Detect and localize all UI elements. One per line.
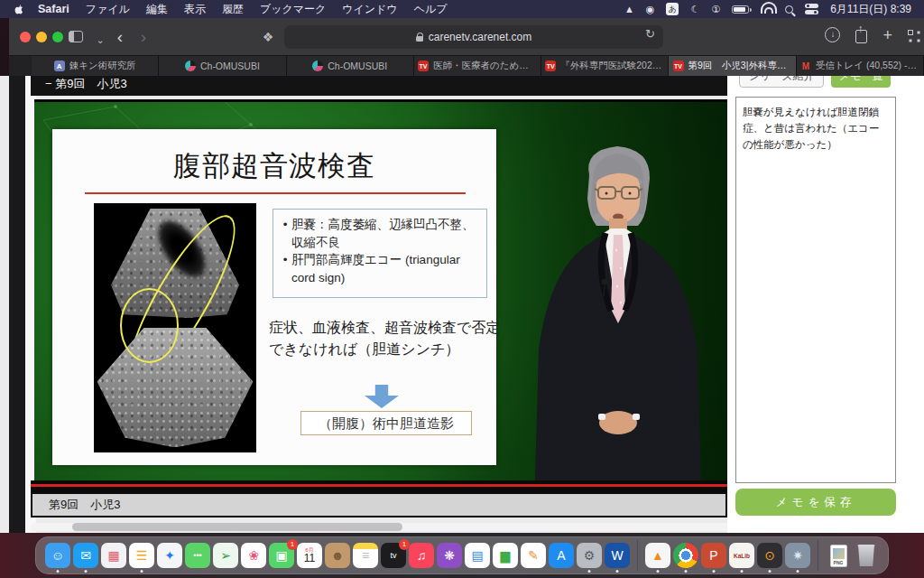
memo-panel: シリーズ紹介 メモ一覧 胆嚢が見えなければ胆道閉鎖症、と昔は言われた（エコーの性…	[727, 76, 924, 533]
menu-item-4[interactable]: 履歴	[214, 3, 252, 15]
tab-5[interactable]: TV第9回 小児3|外科専門医…	[669, 56, 796, 76]
series-intro-button[interactable]: シリーズ紹介	[739, 76, 824, 88]
play-circle-status-icon[interactable]: ◉	[646, 4, 655, 15]
wifi-icon[interactable]	[761, 5, 773, 14]
dock-pages-icon[interactable]: ✎	[521, 543, 546, 568]
privacy-shield-icon[interactable]: ❖	[258, 27, 278, 47]
menu-item-7[interactable]: ヘルプ	[406, 3, 456, 15]
battery-icon[interactable]	[732, 5, 749, 14]
tab-1[interactable]: Ch-OMUSUBI	[159, 56, 286, 76]
tab-label: 錬キン術研究所	[69, 60, 136, 72]
running-indicator-dot	[797, 570, 799, 573]
numbers-glyph: ▆	[501, 548, 511, 563]
sidebar-icon[interactable]	[69, 31, 83, 42]
back-button[interactable]: ‹	[110, 27, 130, 47]
slide-paragraph: 症状、血液検査、超音波検査で否定できなければ（胆道シンチ）	[269, 317, 502, 360]
powerpoint-glyph: P	[709, 548, 717, 563]
dock-scanner-icon[interactable]: ⊙	[757, 543, 782, 568]
dock-app-store-icon[interactable]: A	[549, 543, 574, 568]
dock-facetime-icon[interactable]: ▣1	[269, 543, 294, 568]
slide-title-underline	[85, 192, 466, 194]
control-center-icon[interactable]	[805, 4, 818, 14]
running-indicator-dot	[588, 570, 591, 573]
video-player[interactable]: 腹部超音波検査 胆嚢：高度萎縮、辺縁凹凸不整、収縮不良 肝門部高輝度エコー (t…	[34, 99, 727, 480]
tab-bar: A錬キン術研究所Ch-OMUSUBICh-OMUSUBITV医師・医療者のための…	[9, 56, 924, 76]
dock-launchpad-icon[interactable]: ▦	[101, 543, 126, 568]
menu-item-0[interactable]: Safari	[30, 3, 78, 15]
video-caption-bar: 第9回 小児3	[31, 492, 727, 517]
lock-icon	[416, 36, 423, 42]
tab-3[interactable]: TV医師・医療者のための動画…	[414, 56, 541, 76]
notes-glyph: ≡	[362, 548, 369, 563]
dock-png-file-icon[interactable]: PNG	[826, 543, 851, 568]
dock-powerpoint-icon[interactable]: P	[701, 543, 726, 568]
tab-2[interactable]: Ch-OMUSUBI	[287, 56, 414, 76]
page-left-dark-strip	[9, 76, 25, 533]
menu-clock[interactable]: 6月11日(日) 8:39	[830, 2, 911, 17]
circle-one-status-icon[interactable]: ①	[711, 4, 720, 15]
menu-item-1[interactable]: ファイル	[78, 3, 138, 15]
memo-textarea[interactable]: 胆嚢が見えなければ胆道閉鎖症、と昔は言われた（エコーの性能が悪かった）	[735, 97, 896, 483]
dock-maps-icon[interactable]: ➢	[213, 543, 238, 568]
ime-kana-icon[interactable]: あ	[666, 3, 679, 15]
ultrasound-images	[94, 203, 256, 452]
tab-label: Ch-OMUSUBI	[328, 61, 387, 71]
video-progress-bar[interactable]	[31, 484, 727, 487]
apple-tv-glyph: tv	[390, 551, 396, 560]
dock-apple-tv-icon[interactable]: tv1	[381, 543, 406, 568]
browser-viewport: − 第9回 小児3 腹部超音波検査	[0, 76, 924, 533]
reload-icon[interactable]: ↻	[645, 27, 655, 41]
dock-safari-icon[interactable]: ✦	[157, 543, 182, 568]
dock-messages-icon[interactable]: •••	[185, 543, 210, 568]
dock-vlc-icon[interactable]: ▲	[645, 543, 670, 568]
dock-contacts-icon[interactable]: ☻	[325, 543, 350, 568]
music-glyph: ♫	[417, 548, 427, 563]
forward-button[interactable]: ›	[134, 27, 153, 47]
dock-calendar-icon[interactable]: 6月11	[297, 543, 322, 568]
dock-keynote-icon[interactable]: ▤	[465, 543, 490, 568]
dock-kalib-icon[interactable]: KaLib	[729, 543, 754, 568]
dock-chrome-icon[interactable]	[673, 543, 698, 568]
dock-system-settings-icon[interactable]: ⚙	[577, 543, 602, 568]
dock-reminders-icon[interactable]: ☰	[129, 543, 154, 568]
spotlight-icon[interactable]	[785, 5, 793, 14]
dock-numbers-icon[interactable]: ▆	[493, 543, 518, 568]
chevron-down-icon[interactable]: ⌄	[90, 30, 110, 50]
menu-item-2[interactable]: 編集	[138, 3, 176, 15]
tab-label: 『外科専門医試験2023』…	[560, 60, 664, 72]
focus-moon-icon[interactable]: ☾	[690, 4, 699, 15]
dock-word-icon[interactable]: W	[605, 543, 630, 568]
tab-0[interactable]: A錬キン術研究所	[32, 56, 159, 76]
address-bar[interactable]: carenetv.carenet.com ↻	[284, 25, 663, 49]
video-progress-track[interactable]	[31, 480, 727, 492]
close-window-button[interactable]	[20, 32, 31, 42]
lecturer	[522, 137, 716, 480]
minimize-window-button[interactable]	[36, 32, 47, 42]
tab-4[interactable]: TV『外科専門医試験2023』…	[541, 56, 669, 76]
dock-photos-icon[interactable]: ❀	[241, 543, 266, 568]
new-tab-button[interactable]: +	[882, 27, 892, 43]
menu-item-3[interactable]: 表示	[176, 3, 214, 15]
dock-podcasts-icon[interactable]: ❋	[437, 543, 462, 568]
tab-6[interactable]: M受信トレイ (40,552) - kat…	[797, 56, 924, 76]
dock-mail-icon[interactable]: ✉	[73, 543, 98, 568]
share-icon[interactable]	[855, 30, 867, 43]
dock-trash-icon[interactable]	[854, 543, 879, 568]
zoom-window-button[interactable]	[52, 32, 63, 42]
dock-media-app-icon[interactable]: ✷	[785, 543, 810, 568]
dock-music-icon[interactable]: ♫	[409, 543, 434, 568]
scrollbar-thumb[interactable]	[72, 523, 402, 531]
running-indicator-dot	[685, 570, 688, 573]
menu-item-6[interactable]: ウインドウ	[334, 3, 405, 15]
podcasts-glyph: ❋	[444, 548, 455, 563]
tab-overview-icon[interactable]	[908, 30, 913, 35]
save-memo-button[interactable]: メモを保存	[735, 489, 896, 516]
menu-item-5[interactable]: ブックマーク	[252, 3, 334, 15]
downloads-icon[interactable]: ↓	[825, 27, 840, 42]
memo-list-button[interactable]: メモ一覧	[831, 76, 891, 88]
vlc-status-icon[interactable]: ▲	[624, 4, 634, 14]
menu-items: Safariファイル編集表示履歴ブックマークウインドウヘルプ	[30, 2, 456, 17]
dock-finder-icon[interactable]: ☺	[45, 543, 70, 568]
dock-notes-icon[interactable]: ≡	[353, 543, 378, 568]
apple-menu-icon[interactable]	[13, 4, 24, 15]
